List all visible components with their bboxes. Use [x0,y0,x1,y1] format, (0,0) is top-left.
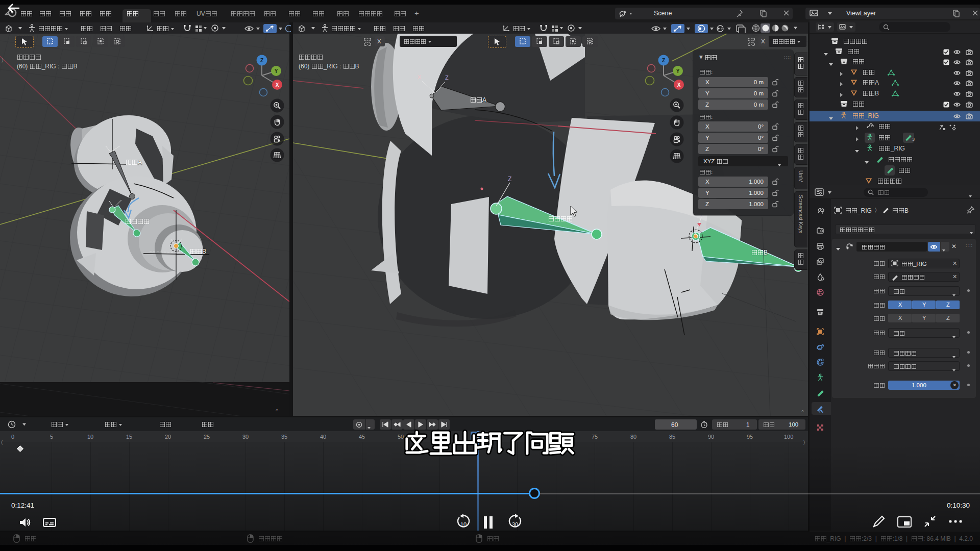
svg-text:10: 10 [460,521,467,528]
svg-text:30: 30 [512,521,518,528]
